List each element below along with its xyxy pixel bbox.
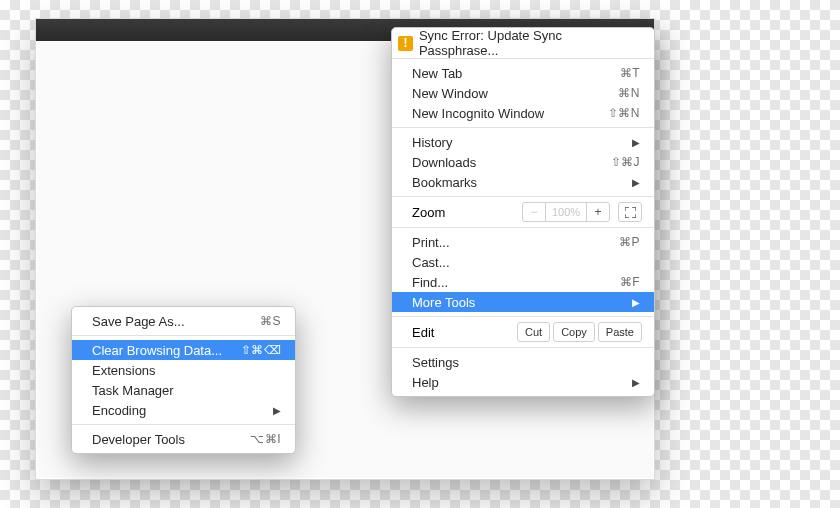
- menu-separator: [72, 335, 295, 336]
- menu-separator: [392, 227, 654, 228]
- menu-item-new-tab[interactable]: New Tab ⌘T: [392, 63, 654, 83]
- menu-item-new-window[interactable]: New Window ⌘N: [392, 83, 654, 103]
- menu-separator: [392, 127, 654, 128]
- warning-icon: !: [398, 36, 413, 51]
- zoom-percent: 100%: [545, 202, 587, 222]
- menu-item-downloads[interactable]: Downloads ⇧⌘J: [392, 152, 654, 172]
- menu-item-help[interactable]: Help ▶: [392, 372, 654, 392]
- fullscreen-icon: [625, 207, 636, 218]
- edit-paste-button[interactable]: Paste: [598, 322, 642, 342]
- menu-item-settings[interactable]: Settings: [392, 352, 654, 372]
- menu-item-bookmarks[interactable]: Bookmarks ▶: [392, 172, 654, 192]
- menu-item-save-page[interactable]: Save Page As... ⌘S: [72, 311, 295, 331]
- zoom-in-button[interactable]: +: [586, 202, 610, 222]
- menu-item-new-incognito[interactable]: New Incognito Window ⇧⌘N: [392, 103, 654, 123]
- menu-item-clear-browsing-data[interactable]: Clear Browsing Data... ⇧⌘⌫: [72, 340, 295, 360]
- menu-separator: [392, 316, 654, 317]
- menu-item-print[interactable]: Print... ⌘P: [392, 232, 654, 252]
- submenu-arrow-icon: ▶: [271, 405, 281, 416]
- chrome-main-menu: ! Sync Error: Update Sync Passphrase... …: [391, 27, 655, 397]
- menu-item-cast[interactable]: Cast...: [392, 252, 654, 272]
- menu-item-edit: Edit Cut Copy Paste: [392, 321, 654, 343]
- menu-separator: [392, 196, 654, 197]
- menu-item-sync-error[interactable]: ! Sync Error: Update Sync Passphrase...: [392, 32, 654, 54]
- more-tools-submenu: Save Page As... ⌘S Clear Browsing Data..…: [71, 306, 296, 454]
- zoom-out-button[interactable]: −: [522, 202, 546, 222]
- menu-item-encoding[interactable]: Encoding ▶: [72, 400, 295, 420]
- submenu-arrow-icon: ▶: [630, 137, 640, 148]
- menu-item-extensions[interactable]: Extensions: [72, 360, 295, 380]
- menu-item-developer-tools[interactable]: Developer Tools ⌥⌘I: [72, 429, 295, 449]
- edit-cut-button[interactable]: Cut: [517, 322, 550, 342]
- menu-item-zoom: Zoom − 100% +: [392, 201, 654, 223]
- menu-separator: [72, 424, 295, 425]
- submenu-arrow-icon: ▶: [630, 177, 640, 188]
- menu-separator: [392, 347, 654, 348]
- submenu-arrow-icon: ▶: [630, 377, 640, 388]
- menu-item-task-manager[interactable]: Task Manager: [72, 380, 295, 400]
- menu-item-more-tools[interactable]: More Tools ▶: [392, 292, 654, 312]
- edit-copy-button[interactable]: Copy: [553, 322, 595, 342]
- menu-item-history[interactable]: History ▶: [392, 132, 654, 152]
- menu-separator: [392, 58, 654, 59]
- menu-item-find[interactable]: Find... ⌘F: [392, 272, 654, 292]
- submenu-arrow-icon: ▶: [630, 297, 640, 308]
- sync-error-label: Sync Error: Update Sync Passphrase...: [419, 28, 644, 58]
- fullscreen-button[interactable]: [618, 202, 642, 222]
